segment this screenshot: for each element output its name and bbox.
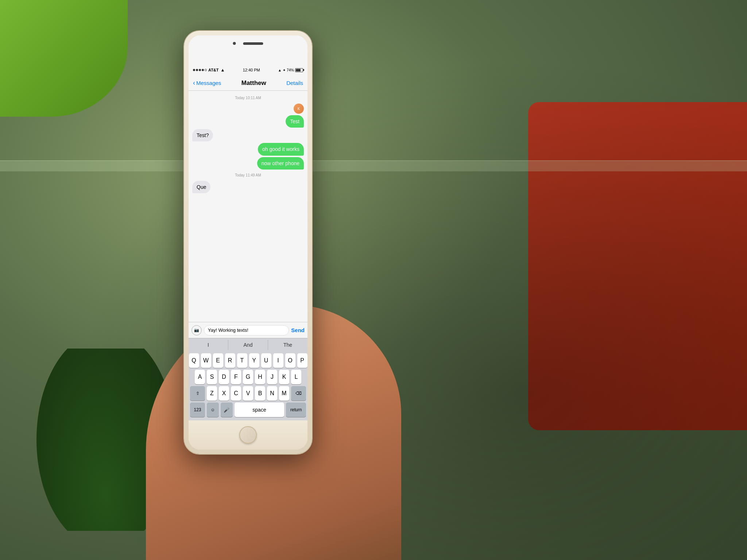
message-bubble-que: Que: [192, 181, 210, 193]
phone-bottom-area: [189, 420, 307, 450]
bluetooth-icon: ✦: [283, 68, 286, 72]
navigation-bar: ‹ Messages Matthew Details: [189, 75, 307, 91]
message-bubble-test-sent: Test: [286, 115, 304, 128]
key-e[interactable]: E: [213, 353, 223, 368]
key-o[interactable]: O: [285, 353, 295, 368]
message-input-area: 📷 Yay! Working texts! Send: [189, 322, 307, 338]
key-n[interactable]: N: [267, 386, 277, 401]
status-bar: AT&T ▲ 12:40 PM ▲ ✦ 74%: [189, 65, 307, 75]
numbers-key[interactable]: 123: [190, 402, 205, 417]
key-j[interactable]: J: [267, 370, 277, 384]
dot-2: [196, 69, 198, 71]
autocomplete-i[interactable]: I: [189, 340, 228, 350]
phone-device: AT&T ▲ 12:40 PM ▲ ✦ 74% ‹ Messages: [184, 31, 312, 454]
status-left: AT&T ▲: [193, 67, 225, 73]
key-s[interactable]: S: [207, 370, 217, 384]
key-i[interactable]: I: [273, 353, 283, 368]
status-right: ▲ ✦ 74%: [278, 68, 303, 72]
signal-dots: [193, 69, 207, 71]
battery-percent: 74%: [287, 68, 294, 72]
speaker: [243, 42, 263, 45]
phone-inner: AT&T ▲ 12:40 PM ▲ ✦ 74% ‹ Messages: [189, 35, 307, 450]
key-d[interactable]: D: [219, 370, 229, 384]
keyboard-row-3: ⇧ Z X C V B N M ⌫: [190, 386, 306, 401]
back-button[interactable]: ‹ Messages: [193, 79, 221, 87]
key-a[interactable]: A: [195, 370, 205, 384]
message-bubble-test-received: Test?: [192, 129, 213, 141]
conversation-title: Matthew: [241, 79, 266, 87]
key-l[interactable]: L: [291, 370, 301, 384]
camera-icon: 📷: [194, 328, 199, 332]
status-time: 12:40 PM: [243, 68, 260, 72]
message-row-que: Que: [192, 181, 304, 193]
space-key[interactable]: space: [235, 402, 285, 417]
screen-content: AT&T ▲ 12:40 PM ▲ ✦ 74% ‹ Messages: [189, 65, 307, 420]
background-scene: [0, 0, 747, 560]
key-y[interactable]: Y: [249, 353, 259, 368]
wifi-icon: ▲: [221, 67, 225, 73]
battery-icon: [295, 68, 303, 72]
key-h[interactable]: H: [255, 370, 265, 384]
message-text-field[interactable]: Yay! Working texts!: [204, 325, 289, 335]
key-c[interactable]: C: [231, 386, 241, 401]
camera-button[interactable]: 📷: [191, 325, 202, 335]
message-row-sent-1: K: [192, 104, 304, 114]
message-bubble-good: oh good it works: [258, 143, 304, 155]
key-g[interactable]: G: [243, 370, 253, 384]
key-k[interactable]: K: [279, 370, 289, 384]
dot-1: [193, 69, 195, 71]
return-key[interactable]: return: [286, 402, 306, 417]
keyboard-row-1: Q W E R T Y U I O P: [190, 353, 306, 368]
signal-icon: ▲: [278, 68, 282, 72]
avatar-chip: K: [294, 104, 304, 114]
back-chevron-icon: ‹: [193, 79, 195, 87]
message-bubble-nowother: now other phone: [257, 157, 304, 170]
key-t[interactable]: T: [237, 353, 247, 368]
send-button[interactable]: Send: [291, 327, 305, 333]
timestamp-2: Today 11:49 AM: [192, 173, 304, 177]
messages-list: Today 10:11 AM K Test Test? oh good it w…: [189, 91, 307, 322]
delete-key[interactable]: ⌫: [291, 386, 306, 401]
message-row-nowother: now other phone: [192, 157, 304, 170]
autocomplete-bar: I And The: [189, 338, 307, 351]
message-row-test-received: Test?: [192, 129, 304, 141]
carrier-label: AT&T: [208, 68, 219, 72]
details-button[interactable]: Details: [286, 80, 303, 86]
shift-key[interactable]: ⇧: [190, 386, 205, 401]
key-u[interactable]: U: [261, 353, 271, 368]
autocomplete-the[interactable]: The: [268, 340, 307, 350]
keyboard-row-4: 123 ☺ 🎤 space return: [190, 402, 306, 417]
key-v[interactable]: V: [243, 386, 253, 401]
key-m[interactable]: M: [279, 386, 289, 401]
key-x[interactable]: X: [219, 386, 229, 401]
key-w[interactable]: W: [201, 353, 211, 368]
input-text: Yay! Working texts!: [208, 327, 248, 333]
key-r[interactable]: R: [225, 353, 235, 368]
key-f[interactable]: F: [231, 370, 241, 384]
front-camera: [233, 42, 236, 45]
mic-key[interactable]: 🎤: [221, 402, 233, 417]
dot-3: [199, 69, 201, 71]
keyboard-row-2: A S D F G H J K L: [190, 370, 306, 384]
message-row-good: oh good it works: [192, 143, 304, 155]
emoji-key[interactable]: ☺: [207, 402, 219, 417]
phone-top-area: [189, 35, 307, 65]
timestamp-1: Today 10:11 AM: [192, 96, 304, 100]
key-b[interactable]: B: [255, 386, 265, 401]
dot-5: [205, 69, 207, 71]
battery-fill: [296, 69, 301, 71]
key-z[interactable]: Z: [207, 386, 217, 401]
keyboard: Q W E R T Y U I O P A S D F G: [189, 351, 307, 420]
dot-4: [202, 69, 204, 71]
back-label: Messages: [196, 80, 221, 86]
key-q[interactable]: Q: [189, 353, 199, 368]
home-button[interactable]: [239, 426, 257, 444]
autocomplete-and[interactable]: And: [228, 340, 268, 350]
message-row-test-sent: Test: [192, 115, 304, 128]
key-p[interactable]: P: [297, 353, 307, 368]
